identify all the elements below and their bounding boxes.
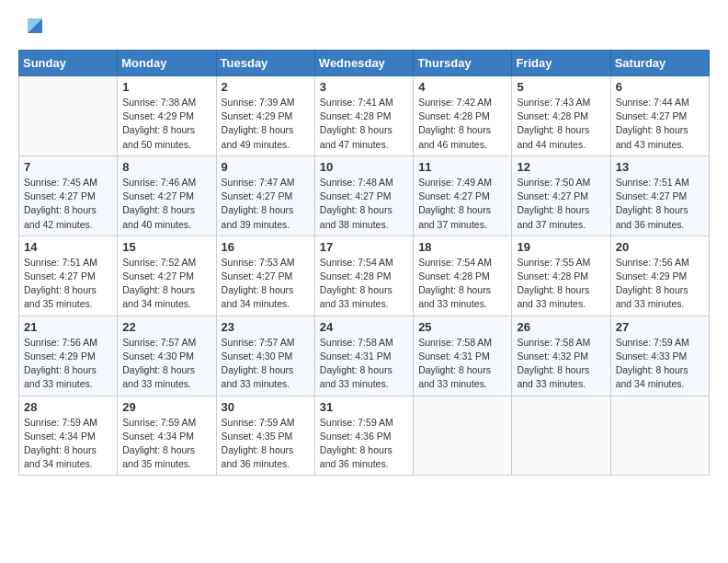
header: [18, 15, 710, 40]
calendar-cell: 10Sunrise: 7:48 AM Sunset: 4:27 PM Dayli…: [314, 155, 413, 236]
calendar-cell: [414, 396, 512, 476]
calendar-cell: 9Sunrise: 7:47 AM Sunset: 4:27 PM Daylig…: [216, 155, 314, 236]
day-number: 1: [122, 80, 210, 94]
day-number: 24: [320, 320, 408, 334]
calendar-cell: 28Sunrise: 7:59 AM Sunset: 4:34 PM Dayli…: [19, 396, 118, 476]
day-number: 15: [122, 240, 210, 254]
calendar-cell: 1Sunrise: 7:38 AM Sunset: 4:29 PM Daylig…: [118, 76, 216, 156]
day-info: Sunrise: 7:39 AM Sunset: 4:29 PM Dayligh…: [222, 96, 310, 152]
calendar-cell: 17Sunrise: 7:54 AM Sunset: 4:28 PM Dayli…: [314, 236, 413, 316]
day-info: Sunrise: 7:38 AM Sunset: 4:29 PM Dayligh…: [122, 96, 210, 152]
day-number: 5: [517, 80, 605, 94]
calendar-cell: 13Sunrise: 7:51 AM Sunset: 4:27 PM Dayli…: [610, 155, 709, 236]
calendar-cell: 16Sunrise: 7:53 AM Sunset: 4:27 PM Dayli…: [216, 236, 314, 316]
day-info: Sunrise: 7:50 AM Sunset: 4:27 PM Dayligh…: [517, 176, 605, 232]
day-number: 29: [122, 400, 210, 414]
col-header-monday: Monday: [118, 51, 216, 76]
calendar-cell: 8Sunrise: 7:46 AM Sunset: 4:27 PM Daylig…: [118, 155, 216, 236]
day-info: Sunrise: 7:43 AM Sunset: 4:28 PM Dayligh…: [517, 96, 605, 152]
calendar-cell: 22Sunrise: 7:57 AM Sunset: 4:30 PM Dayli…: [118, 316, 216, 396]
day-number: 17: [320, 240, 408, 254]
calendar-cell: 30Sunrise: 7:59 AM Sunset: 4:35 PM Dayli…: [216, 396, 314, 476]
calendar-cell: 26Sunrise: 7:58 AM Sunset: 4:32 PM Dayli…: [512, 316, 610, 396]
calendar-cell: 20Sunrise: 7:56 AM Sunset: 4:29 PM Dayli…: [610, 236, 709, 316]
calendar-week-row: 1Sunrise: 7:38 AM Sunset: 4:29 PM Daylig…: [19, 76, 710, 156]
day-info: Sunrise: 7:42 AM Sunset: 4:28 PM Dayligh…: [418, 96, 506, 152]
day-info: Sunrise: 7:57 AM Sunset: 4:30 PM Dayligh…: [222, 336, 310, 392]
day-info: Sunrise: 7:56 AM Sunset: 4:29 PM Dayligh…: [24, 336, 112, 392]
day-number: 21: [24, 320, 112, 334]
day-number: 7: [24, 160, 112, 174]
day-number: 22: [122, 320, 210, 334]
calendar-cell: 27Sunrise: 7:59 AM Sunset: 4:33 PM Dayli…: [610, 316, 709, 396]
day-info: Sunrise: 7:54 AM Sunset: 4:28 PM Dayligh…: [320, 256, 408, 312]
day-number: 19: [517, 240, 605, 254]
day-info: Sunrise: 7:55 AM Sunset: 4:28 PM Dayligh…: [517, 256, 605, 312]
day-info: Sunrise: 7:54 AM Sunset: 4:28 PM Dayligh…: [418, 256, 506, 312]
day-number: 28: [24, 400, 112, 414]
page: SundayMondayTuesdayWednesdayThursdayFrid…: [0, 0, 728, 563]
day-number: 9: [222, 160, 310, 174]
day-info: Sunrise: 7:58 AM Sunset: 4:31 PM Dayligh…: [320, 336, 408, 392]
calendar-cell: [512, 396, 610, 476]
day-info: Sunrise: 7:56 AM Sunset: 4:29 PM Dayligh…: [616, 256, 704, 312]
day-number: 12: [517, 160, 605, 174]
calendar-cell: 25Sunrise: 7:58 AM Sunset: 4:31 PM Dayli…: [414, 316, 512, 396]
day-info: Sunrise: 7:58 AM Sunset: 4:31 PM Dayligh…: [418, 336, 506, 392]
day-number: 30: [222, 400, 310, 414]
calendar-week-row: 28Sunrise: 7:59 AM Sunset: 4:34 PM Dayli…: [19, 396, 710, 476]
day-info: Sunrise: 7:59 AM Sunset: 4:35 PM Dayligh…: [222, 416, 310, 472]
calendar-cell: 23Sunrise: 7:57 AM Sunset: 4:30 PM Dayli…: [216, 316, 314, 396]
day-number: 26: [517, 320, 605, 334]
calendar-cell: 4Sunrise: 7:42 AM Sunset: 4:28 PM Daylig…: [414, 76, 512, 156]
day-info: Sunrise: 7:57 AM Sunset: 4:30 PM Dayligh…: [122, 336, 210, 392]
day-number: 18: [418, 240, 506, 254]
calendar-cell: 15Sunrise: 7:52 AM Sunset: 4:27 PM Dayli…: [118, 236, 216, 316]
calendar-cell: 6Sunrise: 7:44 AM Sunset: 4:27 PM Daylig…: [610, 76, 709, 156]
calendar-cell: 18Sunrise: 7:54 AM Sunset: 4:28 PM Dayli…: [414, 236, 512, 316]
day-info: Sunrise: 7:51 AM Sunset: 4:27 PM Dayligh…: [616, 176, 704, 232]
calendar-cell: 3Sunrise: 7:41 AM Sunset: 4:28 PM Daylig…: [314, 76, 413, 156]
day-number: 10: [320, 160, 408, 174]
day-info: Sunrise: 7:47 AM Sunset: 4:27 PM Dayligh…: [222, 176, 310, 232]
day-number: 11: [418, 160, 506, 174]
calendar-cell: 29Sunrise: 7:59 AM Sunset: 4:34 PM Dayli…: [118, 396, 216, 476]
calendar-cell: 14Sunrise: 7:51 AM Sunset: 4:27 PM Dayli…: [19, 236, 118, 316]
day-info: Sunrise: 7:59 AM Sunset: 4:34 PM Dayligh…: [24, 416, 112, 472]
day-info: Sunrise: 7:48 AM Sunset: 4:27 PM Dayligh…: [320, 176, 408, 232]
day-number: 13: [616, 160, 704, 174]
logo-icon: [22, 13, 48, 39]
calendar-cell: 19Sunrise: 7:55 AM Sunset: 4:28 PM Dayli…: [512, 236, 610, 316]
day-number: 27: [616, 320, 704, 334]
col-header-saturday: Saturday: [610, 51, 709, 76]
col-header-wednesday: Wednesday: [314, 51, 413, 76]
logo: [18, 15, 48, 40]
day-number: 31: [320, 400, 408, 414]
day-number: 3: [320, 80, 408, 94]
calendar-cell: [19, 76, 118, 156]
calendar-cell: 12Sunrise: 7:50 AM Sunset: 4:27 PM Dayli…: [512, 155, 610, 236]
calendar-cell: 21Sunrise: 7:56 AM Sunset: 4:29 PM Dayli…: [19, 316, 118, 396]
day-info: Sunrise: 7:49 AM Sunset: 4:27 PM Dayligh…: [418, 176, 506, 232]
col-header-thursday: Thursday: [414, 51, 512, 76]
day-info: Sunrise: 7:59 AM Sunset: 4:34 PM Dayligh…: [122, 416, 210, 472]
col-header-tuesday: Tuesday: [216, 51, 314, 76]
day-info: Sunrise: 7:51 AM Sunset: 4:27 PM Dayligh…: [24, 256, 112, 312]
day-number: 6: [616, 80, 704, 94]
day-number: 20: [616, 240, 704, 254]
day-info: Sunrise: 7:46 AM Sunset: 4:27 PM Dayligh…: [122, 176, 210, 232]
day-info: Sunrise: 7:59 AM Sunset: 4:36 PM Dayligh…: [320, 416, 408, 472]
day-info: Sunrise: 7:52 AM Sunset: 4:27 PM Dayligh…: [122, 256, 210, 312]
day-info: Sunrise: 7:58 AM Sunset: 4:32 PM Dayligh…: [517, 336, 605, 392]
day-info: Sunrise: 7:41 AM Sunset: 4:28 PM Dayligh…: [320, 96, 408, 152]
day-number: 14: [24, 240, 112, 254]
calendar-cell: [610, 396, 709, 476]
day-number: 16: [222, 240, 310, 254]
calendar-week-row: 14Sunrise: 7:51 AM Sunset: 4:27 PM Dayli…: [19, 236, 710, 316]
day-number: 8: [122, 160, 210, 174]
day-number: 2: [222, 80, 310, 94]
day-number: 23: [222, 320, 310, 334]
day-number: 4: [418, 80, 506, 94]
calendar-table: SundayMondayTuesdayWednesdayThursdayFrid…: [18, 50, 710, 476]
calendar-cell: 7Sunrise: 7:45 AM Sunset: 4:27 PM Daylig…: [19, 155, 118, 236]
